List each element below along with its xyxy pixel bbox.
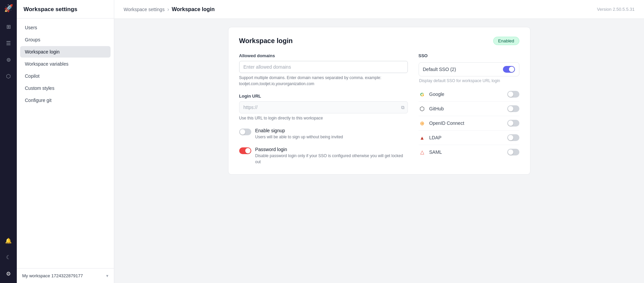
sidebar-nav: Users Groups Workspace login Workspace v…	[17, 19, 114, 268]
google-label: Google	[429, 92, 444, 97]
google-toggle[interactable]	[507, 91, 519, 98]
sso-item-ldap: ▲ LDAP	[419, 131, 519, 145]
default-sso-slider	[503, 66, 515, 73]
allowed-domains-label: Allowed domains	[239, 53, 408, 58]
saml-label: SAML	[429, 149, 442, 155]
card-header: Workspace login Enabled	[239, 37, 519, 45]
breadcrumb-separator: ›	[167, 6, 169, 12]
card-title: Workspace login	[239, 37, 293, 45]
app-logo[interactable]: 🚀	[4, 4, 13, 13]
sidebar-item-users[interactable]: Users	[20, 22, 111, 33]
google-icon: G	[419, 91, 426, 98]
settings-icon[interactable]: ⚙	[4, 269, 13, 279]
password-login-label: Password login	[255, 147, 408, 152]
default-sso-toggle[interactable]	[503, 66, 515, 73]
login-url-input[interactable]	[239, 101, 408, 113]
plugin-icon[interactable]: ⬡	[4, 71, 13, 81]
sidebar-item-workspace-variables[interactable]: Workspace variables	[20, 58, 111, 70]
content-area: Workspace login Enabled Allowed domains …	[114, 19, 644, 283]
list-icon[interactable]: ☰	[4, 38, 13, 48]
main: Workspace settings › Workspace login Ver…	[114, 0, 644, 283]
allowed-domains-hint: Support multiple domains. Enter domain n…	[239, 75, 408, 87]
enable-signup-toggle[interactable]	[239, 129, 251, 135]
sidebar: Workspace settings Users Groups Workspac…	[17, 0, 114, 283]
allowed-domains-input[interactable]	[239, 61, 408, 73]
two-column-layout: Allowed domains Support multiple domains…	[239, 53, 519, 165]
sso-item-saml: △ SAML	[419, 145, 519, 159]
ldap-slider	[507, 134, 519, 141]
status-badge: Enabled	[493, 37, 519, 45]
login-url-section: Login URL ⧉ Use this URL to login direct…	[239, 94, 408, 121]
github-label: GitHub	[429, 106, 444, 111]
icon-rail: 🚀 ⊞ ☰ ⊚ ⬡ 🔔 ☾ ⚙	[0, 0, 17, 283]
enable-signup-row: Enable signup Users will be able to sign…	[239, 128, 408, 140]
breadcrumb-parent[interactable]: Workspace settings	[124, 7, 165, 12]
enable-signup-desc: Users will be able to sign up without be…	[255, 134, 343, 140]
breadcrumb-current: Workspace login	[172, 6, 215, 12]
breadcrumb: Workspace settings › Workspace login	[124, 6, 215, 12]
copy-icon[interactable]: ⧉	[401, 105, 404, 110]
sso-title: SSO	[419, 53, 519, 58]
moon-icon[interactable]: ☾	[4, 252, 13, 262]
sidebar-item-configure-git[interactable]: Configure git	[20, 95, 111, 106]
sso-item-github: ⬡ GitHub	[419, 102, 519, 116]
default-sso-row: Default SSO (2)	[419, 62, 519, 76]
google-slider	[507, 91, 519, 98]
saml-slider	[507, 149, 519, 155]
enable-signup-toggle-wrap[interactable]	[239, 128, 251, 137]
enable-signup-label: Enable signup	[255, 128, 343, 133]
chevron-down-icon: ▾	[106, 273, 109, 278]
sso-column: SSO Default SSO (2) Display default SSO …	[419, 53, 519, 165]
allowed-domains-section: Allowed domains Support multiple domains…	[239, 53, 408, 87]
ldap-label: LDAP	[429, 135, 442, 140]
password-login-desc: Disable password login only if your SSO …	[255, 153, 408, 165]
github-toggle[interactable]	[507, 105, 519, 112]
left-column: Allowed domains Support multiple domains…	[239, 53, 408, 165]
sidebar-item-workspace-login[interactable]: Workspace login	[20, 46, 111, 58]
login-url-wrap: ⧉	[239, 101, 408, 113]
password-login-row: Password login Disable password login on…	[239, 147, 408, 165]
openid-icon: ⊕	[419, 119, 426, 127]
sidebar-item-copilot[interactable]: Copilot	[20, 70, 111, 82]
login-url-label: Login URL	[239, 94, 408, 99]
openid-slider	[507, 120, 519, 127]
saml-icon: △	[419, 148, 426, 156]
workspace-login-card: Workspace login Enabled Allowed domains …	[228, 27, 530, 175]
ldap-icon: ▲	[419, 134, 426, 141]
openid-toggle[interactable]	[507, 120, 519, 127]
enable-signup-slider	[239, 129, 251, 135]
sidebar-footer[interactable]: My workspace 1724322879177 ▾	[17, 268, 114, 283]
sso-providers-list: G Google ⬡ GitHub	[419, 87, 519, 159]
github-icon: ⬡	[419, 105, 426, 112]
github-slider	[507, 105, 519, 112]
password-login-slider	[239, 147, 251, 154]
version-label: Version 2.50.5.5.31	[597, 7, 635, 12]
login-url-hint: Use this URL to login directly to this w…	[239, 115, 408, 121]
ldap-toggle[interactable]	[507, 134, 519, 141]
default-sso-label: Default SSO (2)	[423, 67, 456, 72]
sidebar-item-groups[interactable]: Groups	[20, 34, 111, 45]
password-login-toggle-wrap[interactable]	[239, 147, 251, 155]
password-login-toggle[interactable]	[239, 147, 251, 154]
default-sso-desc: Display default SSO for workspace URL lo…	[419, 78, 519, 83]
openid-label: OpenID Connect	[429, 120, 464, 126]
sso-item-openid: ⊕ OpenID Connect	[419, 116, 519, 131]
workspace-name: My workspace 1724322879177	[22, 273, 83, 278]
sso-item-google: G Google	[419, 87, 519, 102]
topbar: Workspace settings › Workspace login Ver…	[114, 0, 644, 19]
apps-icon[interactable]: ⊞	[4, 22, 13, 32]
sidebar-title: Workspace settings	[17, 0, 114, 19]
database-icon[interactable]: ⊚	[4, 55, 13, 65]
sidebar-item-custom-styles[interactable]: Custom styles	[20, 82, 111, 94]
bell-icon[interactable]: 🔔	[3, 236, 14, 246]
saml-toggle[interactable]	[507, 149, 519, 155]
